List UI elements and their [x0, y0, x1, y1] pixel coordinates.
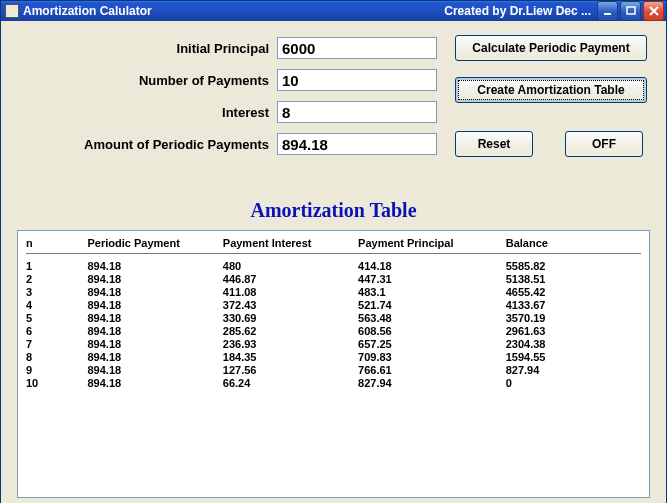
cell-principal: 521.74 — [358, 299, 506, 312]
window-controls — [597, 1, 664, 21]
app-icon — [5, 4, 19, 18]
cell-n: 8 — [26, 351, 88, 364]
window-credit: Created by Dr.Liew Dec ... — [444, 4, 591, 18]
cell-principal: 483.1 — [358, 286, 506, 299]
cell-periodic: 894.18 — [88, 312, 223, 325]
window-title: Amortization Calulator — [23, 4, 152, 18]
table-title: Amortization Table — [17, 199, 650, 222]
cell-periodic: 894.18 — [88, 325, 223, 338]
close-icon — [649, 6, 659, 16]
cell-principal: 414.18 — [358, 254, 506, 273]
table-body: 1894.18480414.185585.822894.18446.87447.… — [26, 254, 641, 390]
table-row: 10894.1866.24827.940 — [26, 377, 641, 390]
cell-balance: 5138.51 — [506, 273, 641, 286]
field-periodic-amount: Amount of Periodic Payments — [17, 133, 437, 155]
cell-principal: 608.56 — [358, 325, 506, 338]
table-panel: n Periodic Payment Payment Interest Paym… — [17, 230, 650, 498]
num-payments-input[interactable] — [277, 69, 437, 91]
cell-n: 9 — [26, 364, 88, 377]
col-header-periodic: Periodic Payment — [88, 235, 223, 254]
app-window: Amortization Calulator Created by Dr.Lie… — [0, 0, 667, 503]
cell-balance: 827.94 — [506, 364, 641, 377]
cell-periodic: 894.18 — [88, 351, 223, 364]
field-num-payments: Number of Payments — [17, 69, 437, 91]
table-row: 9894.18127.56766.61827.94 — [26, 364, 641, 377]
initial-principal-input[interactable] — [277, 37, 437, 59]
cell-n: 5 — [26, 312, 88, 325]
cell-balance: 4133.67 — [506, 299, 641, 312]
field-initial-principal: Initial Principal — [17, 37, 437, 59]
cell-interest: 330.69 — [223, 312, 358, 325]
cell-periodic: 894.18 — [88, 299, 223, 312]
cell-principal: 766.61 — [358, 364, 506, 377]
initial-principal-label: Initial Principal — [17, 41, 277, 56]
button-column: Calculate Periodic Payment Create Amorti… — [455, 35, 655, 157]
cell-interest: 372.43 — [223, 299, 358, 312]
periodic-amount-label: Amount of Periodic Payments — [17, 137, 277, 152]
cell-balance: 1594.55 — [506, 351, 641, 364]
cell-balance: 5585.82 — [506, 254, 641, 273]
table-header-row: n Periodic Payment Payment Interest Paym… — [26, 235, 641, 254]
cell-interest: 411.08 — [223, 286, 358, 299]
cell-principal: 563.48 — [358, 312, 506, 325]
cell-n: 10 — [26, 377, 88, 390]
cell-interest: 184.35 — [223, 351, 358, 364]
cell-n: 6 — [26, 325, 88, 338]
svg-rect-0 — [604, 13, 611, 15]
cell-interest: 127.56 — [223, 364, 358, 377]
client-area: Initial Principal Number of Payments Int… — [1, 21, 666, 503]
cell-principal: 827.94 — [358, 377, 506, 390]
maximize-button[interactable] — [620, 1, 641, 21]
col-header-principal: Payment Principal — [358, 235, 506, 254]
table-row: 6894.18285.62608.562961.63 — [26, 325, 641, 338]
off-button[interactable]: OFF — [565, 131, 643, 157]
minimize-icon — [603, 6, 613, 16]
cell-periodic: 894.18 — [88, 286, 223, 299]
cell-periodic: 894.18 — [88, 364, 223, 377]
cell-interest: 480 — [223, 254, 358, 273]
table-row: 4894.18372.43521.744133.67 — [26, 299, 641, 312]
cell-n: 2 — [26, 273, 88, 286]
create-table-button[interactable]: Create Amortization Table — [455, 77, 647, 103]
minimize-button[interactable] — [597, 1, 618, 21]
cell-interest: 446.87 — [223, 273, 358, 286]
cell-interest: 236.93 — [223, 338, 358, 351]
cell-periodic: 894.18 — [88, 254, 223, 273]
table-row: 7894.18236.93657.252304.38 — [26, 338, 641, 351]
reset-button[interactable]: Reset — [455, 131, 533, 157]
cell-balance: 3570.19 — [506, 312, 641, 325]
cell-n: 1 — [26, 254, 88, 273]
table-row: 2894.18446.87447.315138.51 — [26, 273, 641, 286]
field-interest: Interest — [17, 101, 437, 123]
maximize-icon — [626, 6, 636, 16]
cell-periodic: 894.18 — [88, 273, 223, 286]
cell-balance: 4655.42 — [506, 286, 641, 299]
table-row: 5894.18330.69563.483570.19 — [26, 312, 641, 325]
cell-principal: 709.83 — [358, 351, 506, 364]
interest-label: Interest — [17, 105, 277, 120]
svg-rect-1 — [627, 7, 635, 14]
cell-n: 4 — [26, 299, 88, 312]
close-button[interactable] — [643, 1, 664, 21]
cell-principal: 657.25 — [358, 338, 506, 351]
col-header-interest: Payment Interest — [223, 235, 358, 254]
cell-periodic: 894.18 — [88, 377, 223, 390]
periodic-amount-input[interactable] — [277, 133, 437, 155]
amortization-table: n Periodic Payment Payment Interest Paym… — [26, 235, 641, 390]
cell-n: 3 — [26, 286, 88, 299]
cell-n: 7 — [26, 338, 88, 351]
num-payments-label: Number of Payments — [17, 73, 277, 88]
titlebar: Amortization Calulator Created by Dr.Lie… — [1, 1, 666, 21]
table-row: 3894.18411.08483.14655.42 — [26, 286, 641, 299]
calculate-button[interactable]: Calculate Periodic Payment — [455, 35, 647, 61]
cell-balance: 2961.63 — [506, 325, 641, 338]
cell-interest: 66.24 — [223, 377, 358, 390]
table-row: 8894.18184.35709.831594.55 — [26, 351, 641, 364]
col-header-n: n — [26, 235, 88, 254]
form-area: Initial Principal Number of Payments Int… — [17, 35, 650, 195]
table-row: 1894.18480414.185585.82 — [26, 254, 641, 273]
cell-balance: 2304.38 — [506, 338, 641, 351]
interest-input[interactable] — [277, 101, 437, 123]
cell-balance: 0 — [506, 377, 641, 390]
cell-principal: 447.31 — [358, 273, 506, 286]
